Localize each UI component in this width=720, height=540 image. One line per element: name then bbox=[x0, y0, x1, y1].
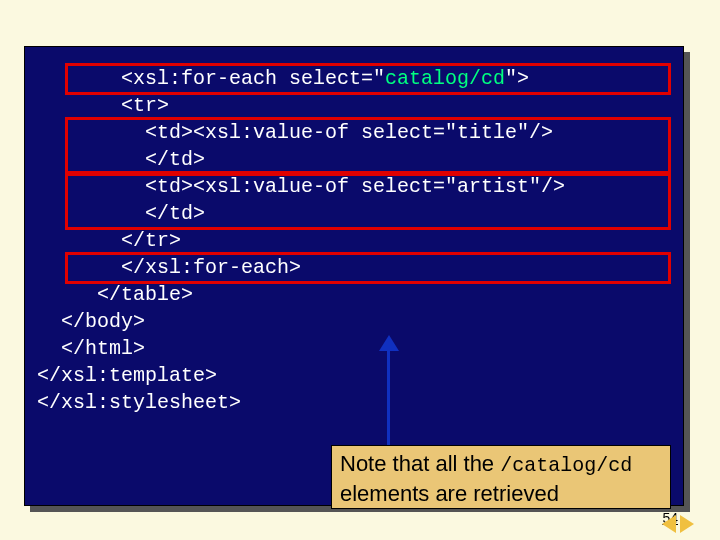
code-line-3: <td><xsl:value-of select="title"/> bbox=[25, 119, 683, 146]
note-path: /catalog/cd bbox=[500, 454, 632, 477]
code-line-2: <tr> bbox=[25, 92, 683, 119]
code-line-5: <td><xsl:value-of select="artist"/> bbox=[25, 173, 683, 200]
code-line-14: </xsl:stylesheet> bbox=[25, 389, 683, 416]
code-line-8: </xsl:for-each> bbox=[25, 254, 683, 281]
code-line-4: </td> bbox=[25, 146, 683, 173]
code-line-11: </html> bbox=[25, 335, 683, 362]
code-line-9: </table> bbox=[25, 281, 683, 308]
code-line-6: </td> bbox=[25, 200, 683, 227]
xpath-highlight: catalog/cd bbox=[385, 67, 505, 90]
code-line-12: </xsl:template> bbox=[25, 362, 683, 389]
annotation-note: Note that all the /catalog/cd elements a… bbox=[331, 445, 671, 509]
arrow-line bbox=[387, 347, 390, 445]
nav-arrows-icon[interactable] bbox=[662, 510, 698, 538]
code-line-7: </tr> bbox=[25, 227, 683, 254]
code-line-10: </body> bbox=[25, 308, 683, 335]
note-text-a: Note that all the bbox=[340, 451, 500, 476]
arrow-head-icon bbox=[379, 335, 399, 351]
note-text-b: elements are retrieved bbox=[340, 481, 559, 506]
code-block: <xsl:for-each select="catalog/cd"> <tr> … bbox=[24, 46, 684, 506]
code-line-1: <xsl:for-each select="catalog/cd"> bbox=[25, 65, 683, 92]
